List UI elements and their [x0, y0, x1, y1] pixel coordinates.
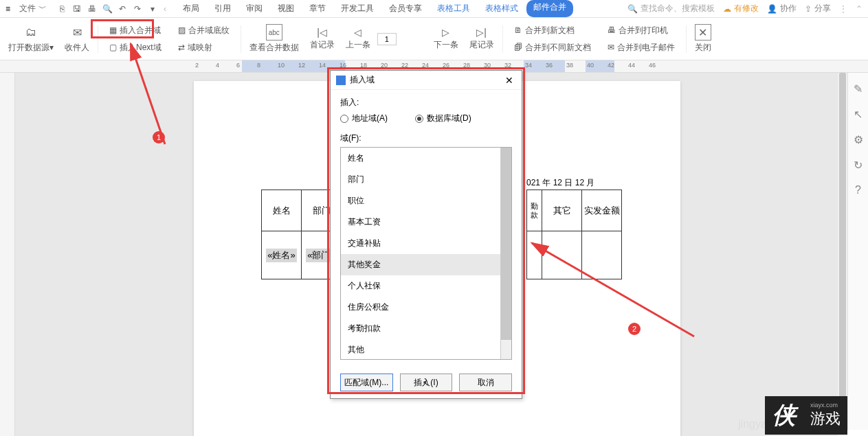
prev-icon: ◁ [351, 27, 365, 38]
file-menu[interactable]: 文件 ﹀ [16, 3, 49, 14]
ruler-tick: 10 [278, 62, 285, 69]
tab-reference[interactable]: 引用 [208, 0, 238, 17]
undo-icon[interactable]: ↶ [117, 4, 128, 14]
save-icon[interactable]: 🖫 [71, 4, 82, 14]
share-button[interactable]: ⇪ 分享 [805, 3, 831, 14]
ruler-tick: 46 [649, 62, 656, 69]
preview-icon[interactable]: 🔍 [102, 4, 113, 14]
radio-address-field[interactable]: 地址域(A) [340, 113, 388, 124]
merge-to-newdoc-button[interactable]: 🗎 合并到新文档 [511, 23, 577, 38]
dialog-close-button[interactable]: ✕ [502, 75, 516, 86]
docs-icon: 🗐 [514, 43, 522, 52]
watermark-baidu: Baidu 经验 [684, 365, 806, 395]
field-list-item[interactable]: 部门 [341, 169, 500, 190]
ruler-tick: 6 [236, 62, 240, 69]
tab-view[interactable]: 视图 [271, 0, 301, 17]
field-list-item[interactable]: 其他 [341, 339, 500, 360]
first-record-button[interactable]: |◁ 首记录 [306, 27, 339, 51]
ruler-tick: 12 [298, 62, 305, 69]
ruler-tick: 34 [525, 62, 532, 69]
tab-table-tools[interactable]: 表格工具 [430, 0, 477, 17]
history-tool-icon[interactable]: ↻ [854, 159, 863, 172]
insert-button[interactable]: 插入(I)↖ [400, 374, 453, 391]
settings-tool-icon[interactable]: ⚙ [854, 133, 863, 146]
search-box[interactable]: 🔍 查找命令、搜索模板 [627, 3, 715, 14]
scrollbar-thumb[interactable] [839, 73, 846, 423]
ruler-tick: 36 [546, 62, 553, 69]
open-datasource-button[interactable]: 🗂 打开数据源▾ [4, 24, 58, 54]
table-cell[interactable] [542, 231, 582, 279]
last-icon: ▷| [475, 27, 489, 38]
merge-to-printer-button[interactable]: 🖶 合并到打印机 [605, 23, 671, 38]
tab-mail-merge[interactable]: 邮件合并 [526, 0, 573, 17]
hamburger-icon[interactable]: ≡ [5, 4, 15, 14]
cancel-button[interactable]: 取消 [459, 374, 512, 391]
chevron-down-icon: ▾ [49, 43, 54, 52]
print-icon[interactable]: 🖶 [87, 4, 98, 14]
field-list-item[interactable]: 其他奖金 [341, 254, 500, 275]
qat-dropdown-icon[interactable]: ▾ [147, 4, 158, 14]
date-text: 021 年 12 日 12 月 [526, 177, 594, 189]
field-listbox[interactable]: 姓名部门职位基本工资交通补贴其他奖金个人社保住房公积金考勤扣款其他实发金额 [341, 148, 500, 359]
tab-devtools[interactable]: 开发工具 [334, 0, 381, 17]
ruler-tick: 14 [319, 62, 326, 69]
vertical-scrollbar[interactable] [838, 73, 847, 436]
field-list-item[interactable]: 姓名 [341, 148, 500, 169]
match-fields-button[interactable]: 匹配域(M)... [340, 374, 393, 391]
modify-status[interactable]: ☁ 有修改 [723, 3, 759, 14]
ruler-tick: 2 [195, 62, 199, 69]
edit-tool-icon[interactable]: ✎ [854, 82, 863, 95]
radio-icon [415, 115, 423, 123]
ruler-tick: 22 [401, 62, 408, 69]
tab-layout[interactable]: 布局 [176, 0, 206, 17]
table-header: 姓名 [262, 190, 302, 231]
tab-table-style[interactable]: 表格样式 [478, 0, 525, 17]
listbox-scrollbar[interactable] [500, 148, 511, 359]
ruler-tick: 18 [360, 62, 367, 69]
record-number-input[interactable] [377, 33, 397, 45]
merge-to-email-button[interactable]: ✉ 合并到电子邮件 [605, 41, 678, 55]
table-cell[interactable]: «姓名» [262, 231, 302, 279]
merge-shading-button[interactable]: ▨ 合并域底纹 [175, 23, 232, 38]
recipients-button[interactable]: ✉ 收件人 [60, 24, 93, 54]
annotation-badge-1: 1 [153, 131, 165, 144]
insert-merge-field-button[interactable]: ▦ 插入合并域 [107, 23, 164, 38]
share-icon: ⇪ [805, 4, 812, 14]
table-header: 其它 [542, 190, 582, 231]
next-icon: ▷ [439, 27, 453, 38]
field-list-item[interactable]: 考勤扣款 [341, 318, 500, 339]
help-tool-icon[interactable]: ? [855, 184, 861, 196]
cursor-icon: ↖ [423, 379, 429, 388]
prev-record-button[interactable]: ◁ 上一条 [342, 27, 375, 51]
field-list-item[interactable]: 交通补贴 [341, 233, 500, 254]
field-list-item[interactable]: 基本工资 [341, 211, 500, 233]
last-record-button[interactable]: ▷| 尾记录 [465, 27, 498, 51]
ruler-tick: 32 [504, 62, 511, 69]
close-mailmerge-button[interactable]: ✕ 关闭 [691, 24, 715, 54]
field-list-item[interactable]: 个人社保 [341, 275, 500, 297]
next-record-button[interactable]: ▷ 下一条 [430, 27, 463, 51]
select-tool-icon[interactable]: ↖ [854, 108, 863, 121]
more-icon[interactable]: ⋮ [839, 4, 847, 14]
table-header: 勤款 [527, 190, 542, 231]
expand-icon[interactable]: ⌃ [856, 4, 863, 14]
user-icon: 👤 [767, 4, 777, 14]
chevron-left-icon[interactable]: ‹ [164, 4, 166, 14]
tab-section[interactable]: 章节 [302, 0, 333, 17]
redo-icon[interactable]: ↷ [132, 4, 143, 14]
tab-review[interactable]: 审阅 [239, 0, 269, 17]
radio-database-field[interactable]: 数据库域(D) [415, 113, 471, 124]
ruler-tick: 30 [484, 62, 491, 69]
table-cell[interactable] [527, 231, 542, 279]
collab-button[interactable]: 👤 协作 [767, 3, 797, 14]
merge-to-diffdoc-button[interactable]: 🗐 合并到不同新文档 [511, 41, 594, 55]
field-map-button[interactable]: ⇄ 域映射 [175, 41, 215, 55]
view-merge-data-button[interactable]: abc 查看合并数据 [245, 24, 303, 54]
field-list-item[interactable]: 住房公积金 [341, 297, 500, 318]
tab-member[interactable]: 会员专享 [382, 0, 429, 17]
search-icon: 🔍 [627, 4, 638, 14]
table-cell[interactable] [582, 231, 622, 279]
insert-next-field-button[interactable]: ▢ 插入Next域 [107, 41, 164, 55]
field-list-item[interactable]: 职位 [341, 190, 500, 211]
new-icon[interactable]: ⎘ [56, 4, 67, 14]
